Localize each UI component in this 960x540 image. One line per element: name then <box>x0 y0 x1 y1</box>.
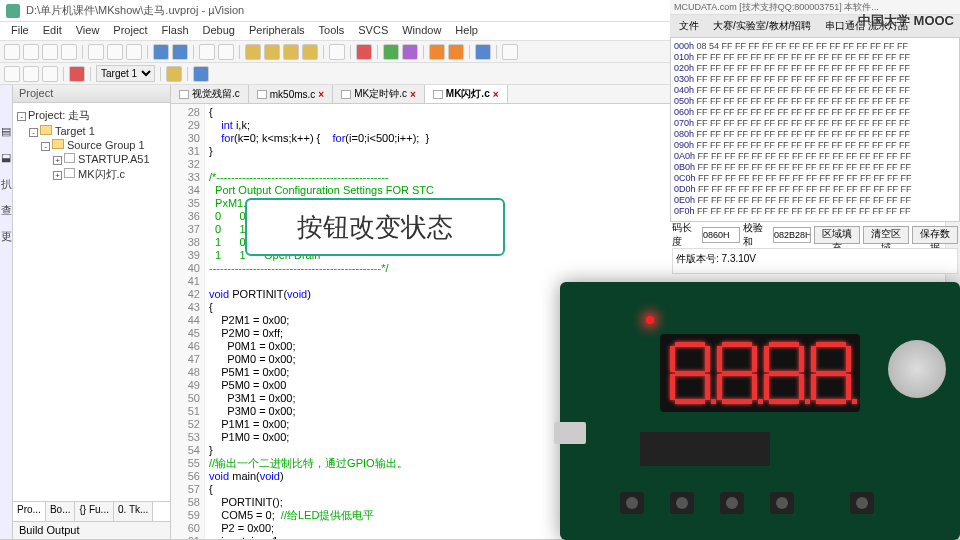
outdent-icon[interactable] <box>218 44 234 60</box>
menu-flash[interactable]: Flash <box>155 22 196 40</box>
menu-svcs[interactable]: SVCS <box>351 22 395 40</box>
chk-input[interactable] <box>773 227 811 243</box>
indent-icon[interactable] <box>199 44 215 60</box>
close-icon[interactable]: × <box>410 89 416 100</box>
usb-port <box>554 422 586 444</box>
rail-icon-4[interactable]: 查 <box>1 203 12 219</box>
coin-cell <box>888 340 946 398</box>
line-gutter: 2829303132333435363738394041424344454647… <box>171 104 205 539</box>
mooc-watermark: 中国大学 MOOC <box>858 12 954 30</box>
rebuild-icon[interactable] <box>42 66 58 82</box>
translate-icon[interactable] <box>4 66 20 82</box>
tab-file-1[interactable]: mk50ms.c× <box>249 85 333 103</box>
seven-segment-display <box>660 334 860 412</box>
app-icon <box>6 4 20 18</box>
saveall-icon[interactable] <box>61 44 77 60</box>
group-node[interactable]: Source Group 1 <box>67 139 145 151</box>
mcu-tab-file[interactable]: 文件 <box>674 17 704 35</box>
file-icon <box>433 90 443 99</box>
tab-file-3[interactable]: MK闪灯.c× <box>425 85 508 103</box>
config-icon[interactable] <box>402 44 418 60</box>
folder-icon <box>40 125 52 135</box>
new-icon[interactable] <box>4 44 20 60</box>
file-icon <box>64 168 75 178</box>
options-icon[interactable] <box>166 66 182 82</box>
project-tree[interactable]: -Project: 走马 -Target 1 -Source Group 1 +… <box>13 103 170 501</box>
left-rail: ▤ ⬓ 扒 查 更 <box>0 85 13 539</box>
menu-edit[interactable]: Edit <box>36 22 69 40</box>
rail-icon-3[interactable]: 扒 <box>1 177 12 193</box>
tab-functions[interactable]: {} Fu... <box>75 502 113 521</box>
project-root[interactable]: Project: 走马 <box>28 109 90 121</box>
push-button-3 <box>720 492 744 514</box>
bookmark-clear-icon[interactable] <box>302 44 318 60</box>
tab-project[interactable]: Pro... <box>13 502 46 521</box>
file-icon <box>257 90 267 99</box>
menu-tools[interactable]: Tools <box>312 22 352 40</box>
push-button-4 <box>770 492 794 514</box>
tool1-icon[interactable] <box>475 44 491 60</box>
status-led <box>646 316 654 324</box>
find-icon[interactable] <box>329 44 345 60</box>
rail-icon-5[interactable]: 更 <box>1 229 12 245</box>
version-label: 件版本号: <box>676 253 719 264</box>
tab-books[interactable]: Bo... <box>46 502 76 521</box>
push-button-2 <box>670 492 694 514</box>
fill-button[interactable]: 区域填充 <box>814 226 860 244</box>
build-output-header[interactable]: Build Output <box>13 521 170 539</box>
rail-icon-2[interactable]: ⬓ <box>1 151 11 167</box>
annotation-overlay: 按钮改变状态 <box>245 198 505 256</box>
clear-button[interactable]: 清空区域 <box>863 226 909 244</box>
bookmark-prev-icon[interactable] <box>283 44 299 60</box>
paste-icon[interactable] <box>126 44 142 60</box>
file-icon <box>341 90 351 99</box>
open-icon[interactable] <box>23 44 39 60</box>
stop-icon[interactable] <box>448 44 464 60</box>
file-startup[interactable]: STARTUP.A51 <box>78 153 150 165</box>
mcu-tab-edu[interactable]: 大赛/实验室/教材/招聘 <box>708 17 816 35</box>
push-button-1 <box>620 492 644 514</box>
menu-debug[interactable]: Debug <box>196 22 242 40</box>
build-target-icon[interactable] <box>23 66 39 82</box>
download-icon[interactable] <box>69 66 85 82</box>
menu-file[interactable]: File <box>4 22 36 40</box>
file-icon <box>64 153 75 163</box>
wrench-icon[interactable] <box>502 44 518 60</box>
project-panel-header: Project <box>13 85 170 103</box>
version-value: 7.3.10V <box>722 253 756 264</box>
tab-file-2[interactable]: MK定时钟.c× <box>333 85 425 103</box>
dev-board <box>560 282 960 540</box>
save-icon[interactable] <box>42 44 58 60</box>
hex-viewer[interactable]: 000h 08 54 FF FF FF FF FF FF FF FF FF FF… <box>670 37 960 222</box>
menu-window[interactable]: Window <box>395 22 448 40</box>
file-mk[interactable]: MK闪灯.c <box>78 168 125 180</box>
close-icon[interactable]: × <box>318 89 324 100</box>
rail-icon-1[interactable]: ▤ <box>1 125 11 141</box>
manage-icon[interactable] <box>193 66 209 82</box>
save-button[interactable]: 保存数据 <box>912 226 958 244</box>
target-selector[interactable]: Target 1 <box>96 65 155 82</box>
menu-help[interactable]: Help <box>448 22 485 40</box>
redo-icon[interactable] <box>172 44 188 60</box>
bookmark-icon[interactable] <box>245 44 261 60</box>
menu-view[interactable]: View <box>69 22 107 40</box>
target-node[interactable]: Target 1 <box>55 125 95 137</box>
build-icon[interactable] <box>383 44 399 60</box>
copy-icon[interactable] <box>107 44 123 60</box>
folder-icon <box>52 139 64 149</box>
chk-label: 校验和 <box>743 221 770 249</box>
bookmark-next-icon[interactable] <box>264 44 280 60</box>
tab-file-0[interactable]: 视觉残留.c <box>171 85 249 103</box>
menu-project[interactable]: Project <box>106 22 154 40</box>
len-label: 码长度 <box>672 221 699 249</box>
cut-icon[interactable] <box>88 44 104 60</box>
debug-icon[interactable] <box>356 44 372 60</box>
menu-peripherals[interactable]: Peripherals <box>242 22 312 40</box>
file-icon <box>179 90 189 99</box>
undo-icon[interactable] <box>153 44 169 60</box>
push-button-5 <box>850 492 874 514</box>
len-input[interactable] <box>702 227 740 243</box>
tab-templates[interactable]: 0. Tk... <box>114 502 153 521</box>
run-icon[interactable] <box>429 44 445 60</box>
close-icon[interactable]: × <box>493 89 499 100</box>
